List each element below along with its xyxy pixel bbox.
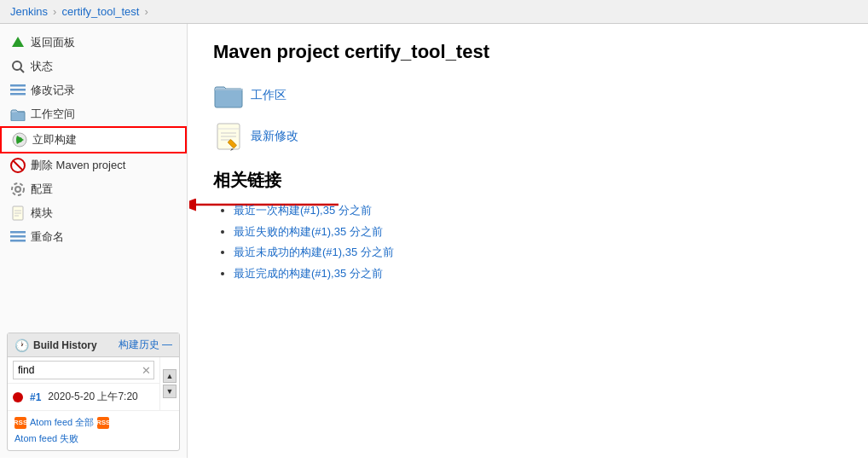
build-history-panel: 🕐 Build History 构建历史 — ✕ #12020-5-20 上午7… xyxy=(7,333,180,451)
build-row: #12020-5-20 上午7:20 xyxy=(13,387,154,407)
related-link[interactable]: 最近失败的构建(#1),35 分之前 xyxy=(234,225,383,238)
sidebar-item-label-rename: 重命名 xyxy=(31,229,64,245)
breadcrumb-home[interactable]: Jenkins xyxy=(10,5,48,18)
sidebar-item-status[interactable]: 状态 xyxy=(0,55,187,78)
sidebar-item-build_now[interactable]: 立即构建 xyxy=(0,126,187,153)
atom-feeds: RSS Atom feed 全部 RSS Atom feed 失败 xyxy=(8,410,179,450)
related-link-item: 最近一次构建(#1),35 分之前 xyxy=(234,200,842,222)
sidebar-item-modules[interactable]: 模块 xyxy=(0,201,187,225)
svg-rect-23 xyxy=(215,89,242,90)
svg-point-8 xyxy=(17,137,22,142)
sidebar-item-changes[interactable]: 修改记录 xyxy=(0,78,187,102)
delete-icon xyxy=(10,158,26,173)
svg-rect-4 xyxy=(10,89,26,91)
build-search-input[interactable] xyxy=(13,361,154,379)
config-icon xyxy=(10,182,26,197)
build-status-icon xyxy=(13,392,23,402)
svg-rect-6 xyxy=(11,112,25,121)
latest-changes-item: 最新修改 xyxy=(213,121,842,152)
related-link[interactable]: 最近未成功的构建(#1),35 分之前 xyxy=(234,246,394,258)
related-link[interactable]: 最近完成的构建(#1),35 分之前 xyxy=(234,267,383,280)
build-list: #12020-5-20 上午7:20 xyxy=(8,384,159,410)
breadcrumb-project[interactable]: certify_tool_test xyxy=(61,5,139,18)
latest-changes-link[interactable]: 最新修改 xyxy=(251,129,298,144)
svg-line-2 xyxy=(20,69,24,72)
back-icon xyxy=(10,35,26,50)
page-title: Maven project certify_tool_test xyxy=(213,41,842,63)
atom-feed-fail-link[interactable]: Atom feed 失败 xyxy=(14,432,78,445)
sidebar-item-workspace[interactable]: 工作空间 xyxy=(0,102,187,126)
rss-icon-all: RSS xyxy=(14,417,26,429)
sidebar-item-label-build_now: 立即构建 xyxy=(32,132,77,148)
svg-rect-5 xyxy=(10,93,26,95)
breadcrumb-sep2: › xyxy=(144,5,148,18)
build-history-icon: 🕐 xyxy=(14,339,29,352)
related-link-item: 最近失败的构建(#1),35 分之前 xyxy=(234,222,842,243)
related-links-list: 最近一次构建(#1),35 分之前最近失败的构建(#1),35 分之前最近未成功… xyxy=(213,200,842,285)
sidebar-item-back[interactable]: 返回面板 xyxy=(0,31,187,55)
svg-point-11 xyxy=(15,187,20,192)
sidebar-item-delete[interactable]: 删除 Maven project xyxy=(0,153,187,177)
svg-rect-18 xyxy=(10,235,26,238)
modules-icon xyxy=(10,205,26,221)
sidebar-item-label-delete: 删除 Maven project xyxy=(31,158,125,173)
notepad-icon xyxy=(213,121,244,152)
scroll-down-button[interactable]: ▼ xyxy=(163,385,176,398)
sidebar-item-rename[interactable]: 重命名 xyxy=(0,225,187,249)
sidebar: 返回面板状态修改记录工作空间立即构建删除 Maven project配置模块重命… xyxy=(0,24,188,458)
build_now-icon xyxy=(12,132,27,148)
sidebar-item-config[interactable]: 配置 xyxy=(0,177,187,201)
sidebar-item-label-modules: 模块 xyxy=(31,205,53,221)
rss-icon-fail: RSS xyxy=(97,417,109,429)
build-history-link[interactable]: 构建历史 — xyxy=(119,338,172,352)
svg-rect-19 xyxy=(10,240,26,242)
atom-feed-all-link[interactable]: Atom feed 全部 xyxy=(30,416,94,429)
search-clear-icon[interactable]: ✕ xyxy=(142,364,151,377)
main-content: Maven project certify_tool_test 工作区 xyxy=(188,24,868,458)
svg-rect-22 xyxy=(215,89,242,107)
build-date: 2020-5-20 上午7:20 xyxy=(48,390,137,404)
build-history-title: Build History xyxy=(33,339,97,351)
related-links-title: 相关链接 xyxy=(213,169,842,192)
sidebar-item-label-status: 状态 xyxy=(31,59,53,74)
breadcrumb-sep1: › xyxy=(53,5,56,18)
svg-rect-3 xyxy=(10,84,26,87)
build-history-header: 🕐 Build History 构建历史 — xyxy=(8,333,179,357)
folder-icon xyxy=(213,80,244,111)
svg-rect-17 xyxy=(10,231,26,234)
scroll-up-button[interactable]: ▲ xyxy=(163,369,176,383)
related-link-item: 最近完成的构建(#1),35 分之前 xyxy=(234,263,842,285)
svg-point-12 xyxy=(12,183,24,195)
workspace-item: 工作区 xyxy=(213,80,842,111)
sidebar-item-label-changes: 修改记录 xyxy=(31,83,75,98)
related-link-item: 最近未成功的构建(#1),35 分之前 xyxy=(234,242,842,263)
changes-icon xyxy=(10,83,26,98)
sidebar-item-label-workspace: 工作空间 xyxy=(31,107,75,122)
related-link[interactable]: 最近一次构建(#1),35 分之前 xyxy=(234,204,372,217)
build-number-link[interactable]: #1 xyxy=(30,391,41,403)
sidebar-nav: 返回面板状态修改记录工作空间立即构建删除 Maven project配置模块重命… xyxy=(0,24,187,326)
sidebar-item-label-back: 返回面板 xyxy=(31,35,75,50)
svg-marker-0 xyxy=(12,37,24,47)
workspace-icon xyxy=(10,107,26,122)
workspace-area: 工作区 最新修改 xyxy=(213,80,842,152)
workspace-link[interactable]: 工作区 xyxy=(251,88,286,103)
svg-point-1 xyxy=(13,61,21,70)
search-row: ✕ xyxy=(8,357,159,384)
header: Jenkins › certify_tool_test › xyxy=(0,0,868,24)
svg-line-10 xyxy=(13,160,23,171)
status-icon xyxy=(10,59,26,74)
rename-icon xyxy=(10,229,26,245)
sidebar-item-label-config: 配置 xyxy=(31,182,53,197)
